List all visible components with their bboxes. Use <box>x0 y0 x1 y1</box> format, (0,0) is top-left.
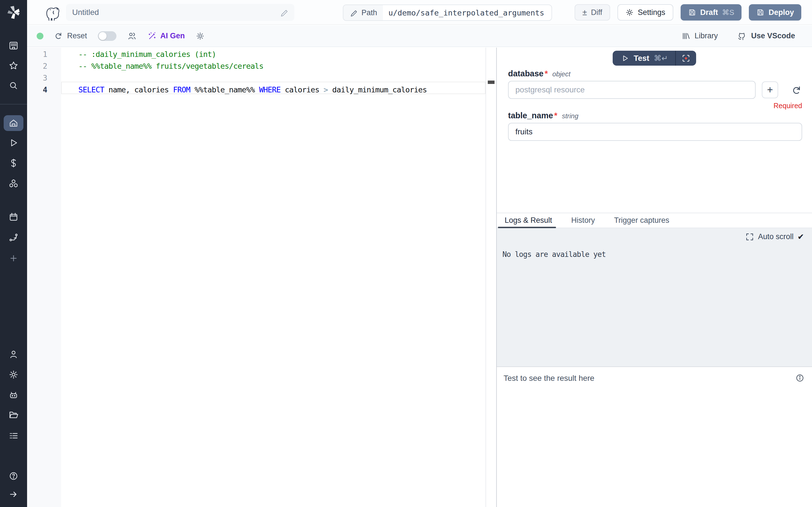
result-empty-text: Test to see the result here <box>504 374 594 383</box>
line-number: 4 <box>27 86 47 94</box>
reset-label: Reset <box>67 32 87 40</box>
field-name: table_name <box>508 111 553 120</box>
refresh-icon <box>54 32 63 41</box>
capture-icon <box>681 54 691 63</box>
field-type: string <box>562 112 578 120</box>
sidebar-item-expand[interactable] <box>0 485 27 503</box>
draft-button[interactable]: Draft ⌘S <box>680 4 742 20</box>
settings-button[interactable]: Settings <box>617 4 673 20</box>
multiplayer-button[interactable] <box>127 31 137 41</box>
code-line[interactable]: 3 <box>27 72 486 83</box>
folder-open-icon <box>8 410 18 420</box>
reset-button[interactable]: Reset <box>54 32 87 41</box>
gear-icon <box>8 370 18 380</box>
sidebar-item-content-search[interactable] <box>0 77 27 95</box>
windmill-logo-icon <box>6 5 21 20</box>
settings-button-label: Settings <box>638 8 665 17</box>
sidebar-item-resources[interactable] <box>0 175 27 193</box>
star-icon <box>8 61 18 71</box>
sidebar-item-runs[interactable] <box>0 134 27 152</box>
sidebar <box>0 0 27 507</box>
edit-pencil-icon[interactable] <box>280 8 288 17</box>
users-icon <box>127 31 137 41</box>
editor-scrollbar[interactable] <box>486 48 496 507</box>
deploy-button-label: Deploy <box>769 8 794 17</box>
test-button[interactable]: Test ⌘↵ <box>613 51 675 66</box>
logs-pane: Auto scroll ✔ No logs are available yet <box>497 228 812 367</box>
script-title-field[interactable]: Untitled <box>66 4 294 21</box>
tab-trigger-captures[interactable]: Trigger captures <box>614 216 669 225</box>
code-line-text: -- %%table_name%% fruits/vegetables/cere… <box>47 62 263 70</box>
code-editor[interactable]: 1-- :daily_minimum_calories (int)2-- %%t… <box>27 48 486 507</box>
editor-gutter <box>27 48 61 507</box>
add-resource-button[interactable]: + <box>762 81 778 98</box>
sidebar-item-help[interactable] <box>0 467 27 485</box>
postgresql-icon <box>43 4 60 20</box>
refresh-resources-button[interactable] <box>791 84 803 97</box>
calendar-icon <box>8 212 18 222</box>
table-name-input[interactable] <box>508 123 802 141</box>
field-name: database <box>508 69 544 78</box>
test-button-group: Test ⌘↵ <box>613 51 696 66</box>
use-vscode-button[interactable]: Use VScode <box>738 31 795 41</box>
sidebar-divider <box>0 104 27 105</box>
sidebar-item-folders[interactable] <box>0 406 27 424</box>
required-star: * <box>545 69 548 78</box>
sidebar-item-create[interactable] <box>0 249 27 267</box>
ai-gen-button[interactable]: AI Gen <box>147 32 185 41</box>
plus-icon: + <box>767 84 773 96</box>
info-icon[interactable] <box>795 373 805 384</box>
save-icon <box>756 8 765 17</box>
windmill-logo[interactable] <box>0 4 27 21</box>
sidebar-item-home[interactable] <box>0 114 27 132</box>
sidebar-item-flows[interactable] <box>0 228 27 246</box>
diff-mode-toggle[interactable] <box>98 31 116 41</box>
code-line[interactable]: 4SELECT name, calories FROM %%table_name… <box>27 83 486 96</box>
logs-empty-text: No logs are available yet <box>502 250 606 259</box>
search-icon <box>8 81 18 91</box>
sidebar-item-settings[interactable] <box>0 365 27 384</box>
path-value: u/demo/safe_interpolated_arguments <box>383 5 552 20</box>
draft-shortcut: ⌘S <box>722 8 734 17</box>
auto-scroll-label: Auto scroll <box>758 232 794 241</box>
sidebar-item-workspace[interactable] <box>0 37 27 55</box>
sidebar-item-schedules[interactable] <box>0 208 27 226</box>
save-icon <box>688 8 696 17</box>
path-chip[interactable]: Path u/demo/safe_interpolated_arguments <box>343 4 552 21</box>
line-number: 2 <box>27 62 47 70</box>
database-input[interactable] <box>508 81 756 99</box>
sidebar-item-variables[interactable] <box>0 154 27 172</box>
play-icon <box>8 138 18 148</box>
code-line-text: SELECT name, calories FROM %%table_name%… <box>47 86 427 94</box>
info-circle-icon <box>795 373 805 383</box>
test-panel: Test ⌘↵ database* object + <box>497 48 812 507</box>
auto-scroll-toggle[interactable]: Auto scroll ✔ <box>746 232 804 241</box>
line-number: 1 <box>27 50 47 59</box>
editor-settings-button[interactable] <box>196 32 205 41</box>
tab-history[interactable]: History <box>571 216 595 225</box>
code-line[interactable]: 2-- %%table_name%% fruits/vegetables/cer… <box>27 60 486 72</box>
code-lines: 1-- :daily_minimum_calories (int)2-- %%t… <box>27 48 486 96</box>
library-button[interactable]: Library <box>681 32 718 41</box>
plus-minus-icon: ± <box>582 8 587 17</box>
tab-logs-result[interactable]: Logs & Result <box>505 216 552 225</box>
test-button-label: Test <box>633 54 649 63</box>
workspace-icon <box>8 41 18 51</box>
diff-button[interactable]: ± Diff <box>574 4 610 20</box>
required-note: Required <box>774 102 802 110</box>
use-vscode-label: Use VScode <box>751 32 795 40</box>
code-line[interactable]: 1-- :daily_minimum_calories (int) <box>27 48 486 60</box>
capture-test-button[interactable] <box>676 51 696 66</box>
check-icon: ✔ <box>798 232 804 241</box>
sidebar-item-audit-logs[interactable] <box>0 427 27 445</box>
help-icon <box>8 471 18 481</box>
user-icon <box>8 349 18 359</box>
sidebar-item-favorites[interactable] <box>0 57 27 75</box>
play-icon <box>621 54 629 62</box>
resources-icon <box>8 179 18 189</box>
sidebar-item-workers[interactable] <box>0 386 27 404</box>
sidebar-item-user[interactable] <box>0 345 27 363</box>
line-number: 3 <box>27 73 47 82</box>
deploy-button[interactable]: Deploy <box>749 4 801 20</box>
plus-icon <box>9 253 18 263</box>
